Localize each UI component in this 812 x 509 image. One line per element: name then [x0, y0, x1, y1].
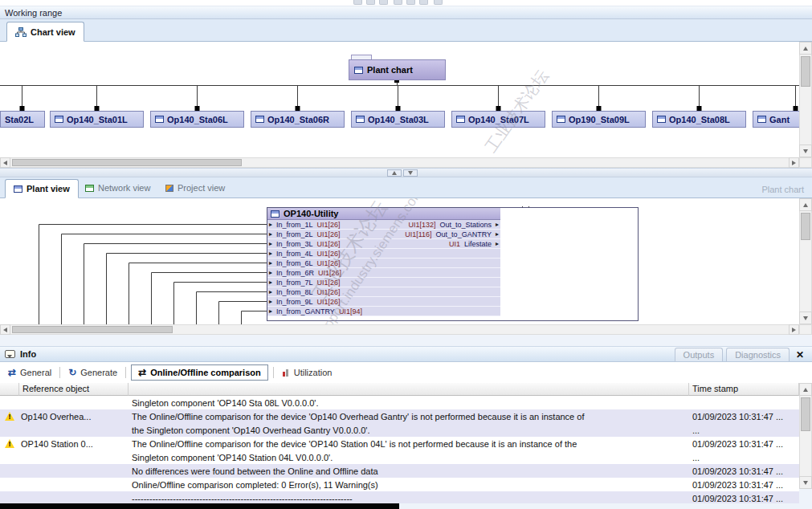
- log-row[interactable]: Online/Offline comparison completed: 0 E…: [0, 478, 799, 491]
- port-datatype: UI1[26]: [317, 239, 341, 249]
- chart-tree-node[interactable]: Op140_Sta08L: [652, 111, 746, 128]
- input-port: ▸In_from_GANTRYUI1[94]: [269, 307, 362, 316]
- working-range-titlebar: Working range: [0, 6, 812, 19]
- info-vertical-scrollbar[interactable]: [799, 383, 812, 489]
- port-row[interactable]: ▸In_from_1LUI1[26]UI1[132]Out_to_Station…: [267, 220, 500, 230]
- port-row[interactable]: ▸In_from_8LUI1[26]: [267, 287, 500, 297]
- tab-utilization[interactable]: Utilization: [279, 366, 336, 379]
- chart-tree-node-label: Op140_Sta06R: [267, 115, 329, 124]
- tree-root-node[interactable]: Plant chart: [349, 59, 446, 80]
- log-row[interactable]: Op140 Overhea...The Online/Offline compa…: [0, 409, 799, 423]
- log-row[interactable]: Singleton component 'OP140 Station 04L V…: [0, 450, 799, 464]
- info-toolbar: ⇄ General ↻ Generate ⇄ Online/Offline co…: [0, 362, 812, 383]
- tab-project-view[interactable]: Project view: [159, 178, 231, 197]
- chart-horizontal-scrollbar[interactable]: [0, 157, 799, 168]
- port-name: In_from_4L: [276, 249, 313, 259]
- scroll-thumb[interactable]: [801, 56, 810, 87]
- tree-root-label: Plant chart: [367, 65, 413, 75]
- scroll-down-button[interactable]: [799, 312, 812, 324]
- chart-tree-canvas[interactable]: Plant chart Sta02LOp140_Sta01LOp140_Sta0…: [0, 42, 799, 157]
- port-name: In_from_6R: [276, 268, 314, 278]
- scroll-right-button[interactable]: [789, 324, 799, 335]
- log-row[interactable]: Singleton component 'OP140 Sta 08L V0.0.…: [0, 396, 799, 409]
- port-row[interactable]: ▸In_from_7LUI1[26]: [267, 278, 500, 287]
- tab-chart-view[interactable]: Chart view: [6, 22, 84, 42]
- scroll-down-button[interactable]: [799, 476, 812, 489]
- port-row[interactable]: ▸In_from_GANTRYUI1[94]: [267, 307, 500, 316]
- chart-tree-node-label: Op140_Sta08L: [669, 115, 730, 124]
- tab-network-view[interactable]: Network view: [79, 178, 157, 197]
- log-row[interactable]: No differences were found between the On…: [0, 464, 799, 478]
- plant-vertical-scrollbar[interactable]: [799, 198, 812, 324]
- chart-tree-node[interactable]: Op190_Sta09L: [552, 111, 646, 128]
- output-port: UI1[116]Out_to_GANTRY▸: [405, 230, 499, 239]
- log-time: ...: [689, 426, 799, 435]
- plant-diagram-canvas[interactable]: OP140-Utility ▸In_from_1LUI1[26]UI1[132]…: [0, 198, 799, 324]
- column-header-icon[interactable]: [0, 383, 19, 396]
- log-row[interactable]: OP140 Station 0...The Online/Offline com…: [0, 437, 799, 450]
- plant-horizontal-scrollbar[interactable]: [0, 324, 799, 335]
- scroll-thumb[interactable]: [12, 326, 173, 333]
- port-row[interactable]: ▸In_from_6RUI1[26]: [267, 268, 500, 278]
- scroll-up-button[interactable]: [799, 198, 812, 211]
- log-reference: Op140 Overhea...: [19, 412, 129, 421]
- chart-tree-node[interactable]: Op140_Sta06L: [150, 111, 244, 128]
- splitter-collapse-up-button[interactable]: [387, 169, 402, 177]
- scroll-thumb[interactable]: [12, 159, 242, 166]
- project-view-icon: [165, 185, 173, 192]
- log-table-body[interactable]: Singleton component 'OP140 Sta 08L V0.0.…: [0, 396, 799, 503]
- scroll-left-button[interactable]: [0, 157, 10, 168]
- scroll-thumb[interactable]: [801, 213, 810, 240]
- output-port: UI1Lifestate▸: [449, 239, 499, 249]
- column-header-reference-object[interactable]: Reference object: [19, 383, 129, 396]
- chart-node-icon: [356, 116, 365, 123]
- scroll-right-button[interactable]: [789, 157, 799, 168]
- outputs-tab[interactable]: Outputs: [675, 348, 724, 361]
- column-header-time-stamp[interactable]: Time stamp: [689, 383, 799, 396]
- log-message: Singleton component 'OP140 Station 04L V…: [129, 453, 689, 462]
- port-name: Out_to_Stations: [439, 220, 492, 230]
- port-row[interactable]: ▸In_from_2LUI1[26]UI1[116]Out_to_GANTRY▸: [267, 230, 500, 239]
- scroll-thumb[interactable]: [801, 397, 810, 431]
- toolbar-button-fragment: [406, 0, 415, 5]
- tab-online-offline-comparison-label: Online/Offline comparison: [150, 368, 261, 377]
- tab-online-offline-comparison[interactable]: ⇄ Online/Offline comparison: [131, 364, 268, 381]
- function-block-boundary[interactable]: OP140-Utility ▸In_from_1LUI1[26]UI1[132]…: [267, 207, 639, 321]
- input-port: ▸In_from_9LUI1[26]: [269, 297, 341, 307]
- chart-tree-node-label: Op190_Sta09L: [569, 115, 630, 124]
- splitter-collapse-down-button[interactable]: [403, 169, 418, 177]
- scroll-down-button[interactable]: [799, 145, 812, 157]
- tab-plant-view[interactable]: Plant view: [5, 179, 79, 198]
- close-icon[interactable]: ✕: [794, 349, 806, 360]
- toolbar-separator: [273, 367, 274, 378]
- input-port: ▸In_from_4LUI1[26]: [269, 249, 341, 259]
- log-row[interactable]: the Singleton component 'Op140 Overhead …: [0, 423, 799, 437]
- function-block-title: OP140-Utility: [284, 209, 338, 218]
- info-panel-title: Info: [20, 349, 36, 359]
- scroll-left-button[interactable]: [0, 324, 10, 335]
- port-row[interactable]: ▸In_from_3LUI1[26]UI1Lifestate▸: [267, 239, 500, 249]
- chart-tree-node[interactable]: Gant: [753, 111, 799, 128]
- chart-tree-node[interactable]: Sta02L: [0, 111, 45, 128]
- chart-tree-node[interactable]: Op140_Sta01L: [50, 111, 144, 128]
- chart-vertical-scrollbar[interactable]: [799, 42, 812, 157]
- function-block-header[interactable]: OP140-Utility: [267, 208, 500, 220]
- log-row[interactable]: ----------------------------------------…: [0, 491, 799, 503]
- scroll-up-button[interactable]: [799, 383, 812, 396]
- tab-utilization-label: Utilization: [294, 368, 333, 377]
- tab-general[interactable]: ⇄ General: [5, 365, 55, 380]
- port-row[interactable]: ▸In_from_6LUI1[26]: [267, 259, 500, 268]
- port-name: In_from_GANTRY: [276, 307, 335, 316]
- pane-splitter[interactable]: [0, 168, 812, 177]
- diagnostics-tab[interactable]: Diagnostics: [726, 348, 790, 361]
- input-port: ▸In_from_6RUI1[26]: [269, 268, 341, 278]
- port-row[interactable]: ▸In_from_9LUI1[26]: [267, 297, 500, 307]
- scroll-up-button[interactable]: [799, 42, 812, 55]
- column-header-message[interactable]: [129, 383, 689, 396]
- chart-tree-node[interactable]: Op140_Sta03L: [351, 111, 445, 128]
- chart-tree-node[interactable]: Op140_Sta07L: [451, 111, 545, 128]
- chart-tree-node[interactable]: Op140_Sta06R: [251, 111, 345, 128]
- port-name: In_from_2L: [276, 230, 313, 239]
- tab-generate[interactable]: ↻ Generate: [65, 365, 120, 380]
- port-row[interactable]: ▸In_from_4LUI1[26]: [267, 249, 500, 259]
